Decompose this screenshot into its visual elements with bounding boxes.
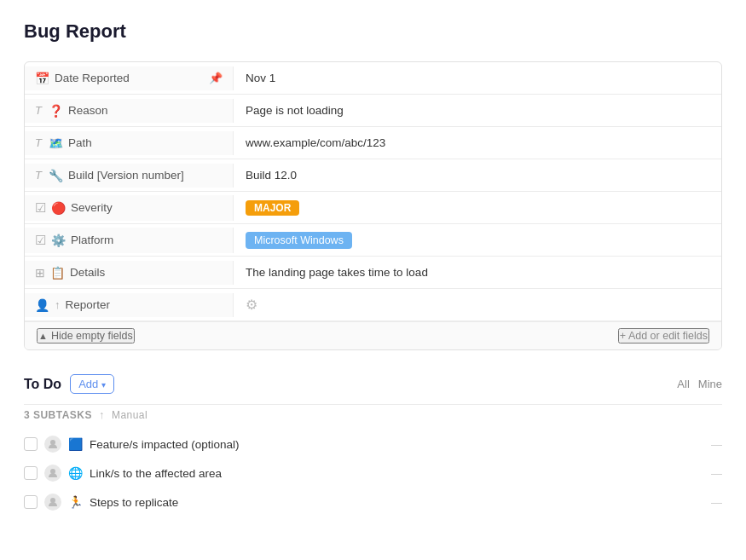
field-row-date-reported: 📅 Date Reported 📌 Nov 1 xyxy=(25,62,721,95)
map-icon: 🗺️ xyxy=(49,136,63,150)
todo-filters: All Mine xyxy=(677,378,722,390)
field-label-date-reported: 📅 Date Reported 📌 xyxy=(25,66,234,90)
subtask-menu-feature[interactable]: — xyxy=(711,438,722,451)
pin-icon: 📌 xyxy=(209,72,223,84)
subtask-avatar-feature xyxy=(44,436,61,453)
todo-header: To Do Add ▾ All Mine xyxy=(24,374,722,394)
reporter-avatar-placeholder: ⚙ xyxy=(246,297,257,313)
fields-table: 📅 Date Reported 📌 Nov 1 T ❓ Reason Page … xyxy=(24,61,722,350)
subtasks-header: 3 SUBTASKS ↑ Manual xyxy=(24,408,722,421)
dropdown-icon-severity: ☑ xyxy=(35,200,46,216)
field-label-text-date-reported: Date Reported xyxy=(55,72,130,84)
field-label-text-path: Path xyxy=(68,136,92,149)
field-value-reason[interactable]: Page is not loading xyxy=(234,99,721,122)
type-text-icon-build: T xyxy=(35,169,42,182)
add-button[interactable]: Add ▾ xyxy=(70,374,114,394)
text-area-icon: ⊞ xyxy=(35,266,45,280)
type-text-icon-path: T xyxy=(35,136,42,149)
severity-badge: MAJOR xyxy=(246,200,299,216)
details-value: The landing page takes time to load xyxy=(246,266,428,279)
subtask-text-steps[interactable]: Steps to replicate xyxy=(90,496,704,509)
field-label-text-details: Details xyxy=(70,266,105,279)
path-value: www.example/com/abc/123 xyxy=(246,136,385,149)
field-row-details: ⊞ 📋 Details The landing page takes time … xyxy=(25,257,721,289)
field-row-path: T 🗺️ Path www.example/com/abc/123 xyxy=(25,127,721,159)
field-value-reporter[interactable]: ⚙ xyxy=(234,292,721,318)
field-value-platform[interactable]: Microsoft Windows xyxy=(234,227,721,254)
subtask-checkbox-steps[interactable] xyxy=(24,495,38,509)
link-icon: 🌐 xyxy=(68,466,83,480)
type-text-icon: T xyxy=(35,104,42,117)
field-row-severity: ☑ 🔴 Severity MAJOR xyxy=(25,192,721,224)
wrench-icon: 🔧 xyxy=(49,169,63,182)
field-value-details[interactable]: The landing page takes time to load xyxy=(234,261,721,284)
field-label-reason: T ❓ Reason xyxy=(25,99,234,123)
field-label-details: ⊞ 📋 Details xyxy=(25,261,234,285)
subtask-item-links: 🌐 Link/s to the affected area — xyxy=(24,459,722,488)
build-value: Build 12.0 xyxy=(246,169,297,182)
gear-icon: ⚙️ xyxy=(51,234,66,247)
steps-icon: 🏃 xyxy=(68,495,83,509)
clipboard-icon: 📋 xyxy=(50,266,65,280)
filter-mine-button[interactable]: Mine xyxy=(698,378,722,390)
field-label-text-build: Build [Version number] xyxy=(68,169,184,182)
add-edit-fields-button[interactable]: + Add or edit fields xyxy=(618,328,709,344)
field-label-text-platform: Platform xyxy=(71,234,113,246)
filter-all-button[interactable]: All xyxy=(677,378,689,390)
field-label-reporter: 👤 ↑ Reporter xyxy=(25,293,234,317)
red-circle-icon: 🔴 xyxy=(51,201,66,215)
field-label-text-reason: Reason xyxy=(68,104,108,117)
add-edit-label: + Add or edit fields xyxy=(620,330,708,342)
subtask-checkbox-feature[interactable] xyxy=(24,437,38,451)
field-value-date-reported[interactable]: Nov 1 xyxy=(234,66,721,89)
subtask-item-steps: 🏃 Steps to replicate — xyxy=(24,488,722,517)
todo-title: To Do xyxy=(24,377,61,392)
field-value-path[interactable]: www.example/com/abc/123 xyxy=(234,131,721,154)
field-row-platform: ☑ ⚙️ Platform Microsoft Windows xyxy=(25,224,721,257)
add-button-label: Add xyxy=(78,378,98,390)
arrow-up-icon: ↑ xyxy=(55,298,61,311)
chevron-down-icon: ▾ xyxy=(101,380,106,390)
subtask-checkbox-links[interactable] xyxy=(24,466,38,480)
subtask-item-feature: 🟦 Feature/s impacted (optional) — xyxy=(24,430,722,459)
todo-section: To Do Add ▾ All Mine 3 SUBTASKS ↑ Manual… xyxy=(24,374,722,517)
dropdown-icon-platform: ☑ xyxy=(35,233,46,248)
field-row-reporter: 👤 ↑ Reporter ⚙ xyxy=(25,289,721,321)
reason-value: Page is not loading xyxy=(246,104,344,117)
subtask-menu-steps[interactable]: — xyxy=(711,496,722,509)
person-icon: 👤 xyxy=(35,298,49,312)
section-divider xyxy=(24,404,722,405)
date-reported-value: Nov 1 xyxy=(246,72,275,84)
page-title: Bug Report xyxy=(24,20,722,43)
question-icon: ❓ xyxy=(49,104,63,118)
field-label-platform: ☑ ⚙️ Platform xyxy=(25,228,234,253)
field-row-build: T 🔧 Build [Version number] Build 12.0 xyxy=(25,159,721,192)
hide-empty-label: Hide empty fields xyxy=(51,330,133,342)
field-label-build: T 🔧 Build [Version number] xyxy=(25,164,234,188)
field-label-path: T 🗺️ Path xyxy=(25,131,234,155)
field-value-severity[interactable]: MAJOR xyxy=(234,195,721,221)
subtask-menu-links[interactable]: — xyxy=(711,467,722,480)
platform-badge: Microsoft Windows xyxy=(246,232,352,249)
field-label-text-reporter: Reporter xyxy=(66,298,111,311)
subtask-avatar-steps xyxy=(44,494,61,511)
subtask-text-feature[interactable]: Feature/s impacted (optional) xyxy=(90,438,704,451)
feature-icon: 🟦 xyxy=(68,437,83,451)
subtask-avatar-links xyxy=(44,465,61,482)
sort-up-icon: ↑ xyxy=(99,408,105,421)
fields-footer: ▲ Hide empty fields + Add or edit fields xyxy=(25,321,721,349)
calendar-icon: 📅 xyxy=(35,72,49,85)
subtasks-count: 3 SUBTASKS xyxy=(24,409,92,421)
field-row-reason: T ❓ Reason Page is not loading xyxy=(25,95,721,127)
chevron-up-icon: ▲ xyxy=(38,331,48,341)
subtask-text-links[interactable]: Link/s to the affected area xyxy=(90,467,704,480)
sort-label: Manual xyxy=(112,409,147,421)
field-value-build[interactable]: Build 12.0 xyxy=(234,164,721,187)
hide-empty-fields-button[interactable]: ▲ Hide empty fields xyxy=(37,328,135,344)
field-label-severity: ☑ 🔴 Severity xyxy=(25,195,234,221)
field-label-text-severity: Severity xyxy=(71,201,113,214)
